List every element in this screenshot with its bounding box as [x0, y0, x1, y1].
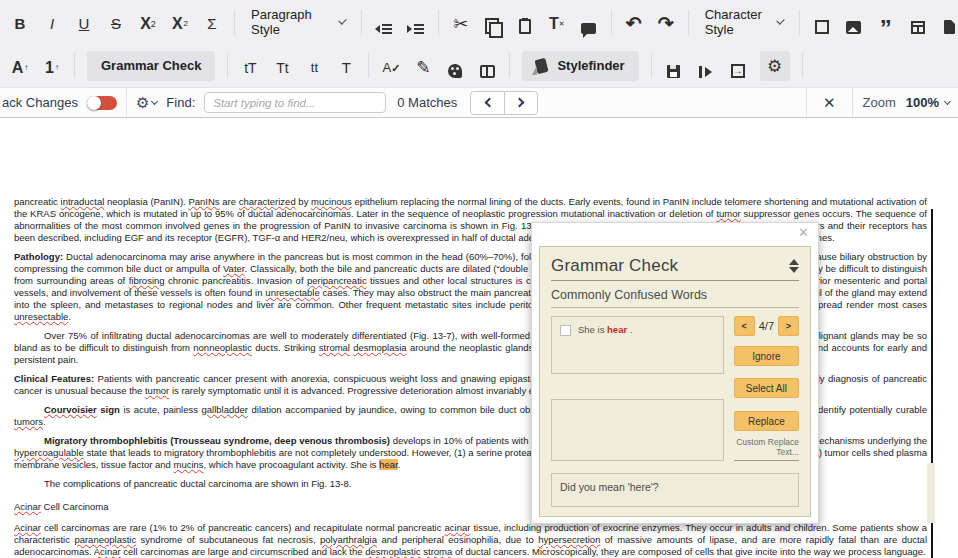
superscript-button[interactable]: X2	[170, 10, 190, 34]
issue-counter: 4/7	[759, 320, 774, 332]
character-style-label: Character Style	[705, 7, 764, 37]
paragraph: Acinar cell carcinomas are rare (1% to 2…	[14, 522, 927, 558]
select-all-button[interactable]: Select All	[734, 378, 799, 398]
case-capitalize-button[interactable]: T	[336, 54, 356, 78]
close-find-bar-button[interactable]: ✕	[817, 92, 842, 114]
find-input[interactable]	[204, 92, 386, 113]
issue-checkbox[interactable]	[560, 325, 571, 336]
divider	[361, 10, 362, 35]
insert-image-button[interactable]	[844, 10, 864, 34]
copy-icon	[485, 18, 500, 34]
toolbar-tools: A↑ 1↑ Grammar Check tT Tt tt T A✓ ✎ Styl…	[0, 44, 958, 88]
divider	[611, 10, 612, 35]
edit-button[interactable]: ✎	[413, 54, 433, 78]
line-numbering-button[interactable]: 1↑	[42, 54, 62, 78]
bold-button[interactable]: B	[10, 10, 30, 34]
custom-replace-field[interactable]: Custom Replace Text...	[734, 437, 799, 461]
divider	[799, 10, 800, 35]
zoom-dropdown[interactable]: 100%	[906, 95, 950, 110]
zoom-value: 100%	[906, 95, 939, 110]
next-issue-button[interactable]: >	[778, 316, 799, 336]
font-size-button[interactable]: A↑	[10, 54, 30, 78]
indent-button[interactable]	[406, 10, 426, 34]
replace-button[interactable]: Replace	[734, 411, 799, 431]
divider	[227, 53, 228, 78]
find-previous-button[interactable]	[471, 92, 504, 114]
underline-button[interactable]: U	[74, 10, 94, 34]
undo-button[interactable]: ↶	[624, 10, 644, 34]
frame-icon	[815, 20, 829, 34]
divider	[368, 53, 369, 78]
chevron-right-icon	[515, 98, 525, 108]
book-icon	[480, 65, 495, 78]
cut-button[interactable]: ✂	[451, 10, 471, 34]
italic-button[interactable]: I	[42, 10, 62, 34]
paragraph-style-label: Paragraph Style	[251, 7, 314, 37]
textbox-button[interactable]	[812, 10, 832, 34]
find-next-button[interactable]	[504, 92, 537, 114]
chevron-down-icon	[338, 16, 347, 25]
outdent-icon	[375, 25, 380, 33]
stylefinder-label: Stylefinder	[557, 58, 624, 73]
subscript-button[interactable]: X2	[138, 10, 158, 34]
chevron-left-icon	[484, 98, 494, 108]
paragraph-style-dropdown[interactable]: Paragraph Style	[247, 7, 349, 37]
match-count: 0 Matches	[397, 95, 457, 110]
case-small-caps-button[interactable]: tt	[304, 54, 324, 78]
image-icon	[846, 21, 861, 34]
pullquote-button[interactable]: ”	[876, 10, 896, 34]
copy-button[interactable]	[483, 10, 503, 34]
dialog-close-button[interactable]: ✕	[798, 225, 809, 240]
ignore-button[interactable]: Ignore	[734, 346, 799, 366]
grammar-check-dialog: ✕ Grammar Check Commonly Confused Words …	[531, 222, 819, 524]
stylefinder-button[interactable]: Stylefinder	[522, 51, 638, 81]
dialog-body: Grammar Check Commonly Confused Words Sh…	[539, 246, 811, 517]
issue-sentence: She is hear .	[578, 324, 632, 335]
gear-icon: ⚙	[767, 56, 782, 76]
dialog-title: Grammar Check	[551, 256, 678, 276]
run-macro-button[interactable]	[696, 54, 716, 78]
issue-panel: She is hear .	[551, 316, 724, 374]
divider	[688, 10, 689, 35]
table-icon	[911, 21, 925, 34]
export-button[interactable]: →	[728, 54, 748, 78]
strikethrough-button[interactable]: S	[106, 10, 126, 34]
redo-button[interactable]: ↷	[656, 10, 676, 34]
clear-format-button[interactable]: T✕	[547, 10, 567, 34]
error-word: hear	[607, 324, 627, 335]
context-panel	[551, 399, 724, 461]
insert-page-button[interactable]	[940, 10, 958, 34]
divider	[74, 53, 75, 78]
chevron-down-icon	[776, 16, 784, 24]
equation-button[interactable]: Σ	[202, 10, 222, 34]
find-options-button[interactable]: ⚙	[136, 94, 157, 112]
grammar-check-button[interactable]: Grammar Check	[87, 51, 215, 81]
style-library-button[interactable]	[477, 54, 497, 78]
paste-icon	[519, 19, 531, 34]
comment-button[interactable]	[579, 10, 599, 34]
case-upper-lower-button[interactable]: Tt	[272, 54, 292, 78]
suggestion-panel[interactable]: Did you mean 'here'?	[551, 473, 799, 507]
case-lower-upper-button[interactable]: tT	[240, 54, 260, 78]
previous-issue-button[interactable]: <	[734, 316, 755, 336]
track-changes-toggle[interactable]	[87, 96, 117, 110]
color-palette-button[interactable]	[445, 54, 465, 78]
outdent-button[interactable]	[374, 10, 394, 34]
save-icon	[667, 65, 680, 78]
scroll-position-marker[interactable]	[927, 463, 935, 523]
export-icon: →	[731, 64, 745, 78]
divider	[438, 10, 439, 35]
paste-button[interactable]	[515, 10, 535, 34]
play-icon	[699, 66, 712, 78]
comment-icon	[581, 23, 596, 34]
mode-selector-icon[interactable]	[789, 259, 799, 273]
settings-button[interactable]: ⚙	[760, 51, 790, 81]
find-label: Find:	[166, 95, 195, 110]
divider	[551, 280, 799, 281]
character-style-dropdown[interactable]: Character Style	[701, 7, 787, 37]
divider	[126, 88, 127, 117]
chevron-down-icon	[944, 97, 951, 104]
insert-table-button[interactable]	[908, 10, 928, 34]
spell-check-button[interactable]: A✓	[381, 54, 401, 78]
save-button[interactable]	[664, 54, 684, 78]
